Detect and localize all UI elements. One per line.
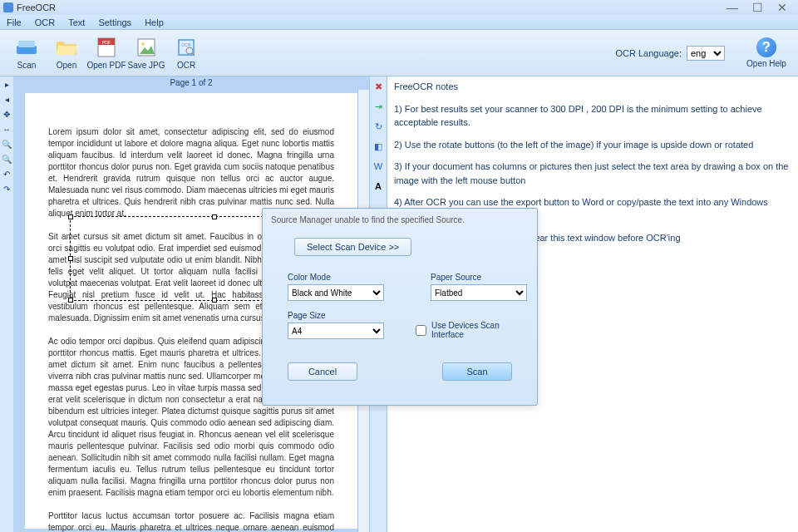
open-button[interactable]: Open	[47, 32, 86, 74]
maximize-button[interactable]: ☐	[745, 1, 770, 14]
scan-confirm-button[interactable]: Scan	[442, 362, 512, 381]
zoom-in-icon[interactable]: 🔍	[2, 140, 12, 150]
move-icon[interactable]: ✥	[2, 110, 12, 120]
ocr-language-select[interactable]: eng	[687, 46, 725, 61]
close-button[interactable]: ✕	[770, 1, 795, 14]
paragraph: Porttitor lacus luctus accumsan tortor p…	[48, 510, 334, 532]
paragraph: Lorem ipsum dolor sit amet, consectetur …	[48, 126, 334, 219]
svg-rect-1	[18, 41, 35, 47]
menu-text[interactable]: Text	[68, 17, 85, 27]
menu-file[interactable]: File	[7, 17, 22, 27]
page-size-select[interactable]: A4	[288, 323, 384, 339]
minimize-button[interactable]: —	[720, 1, 745, 14]
svg-point-9	[186, 47, 193, 54]
use-devices-checkbox[interactable]	[416, 325, 426, 336]
page-size-label: Page Size	[288, 311, 387, 320]
note-item: 1) For best results set your scanner to …	[394, 102, 791, 130]
text-icon[interactable]: A	[372, 180, 385, 193]
clear-text-icon[interactable]: ✖	[372, 80, 385, 93]
svg-text:OCR: OCR	[181, 42, 191, 47]
zoom-out-icon[interactable]: 🔍	[2, 155, 12, 165]
paper-source-label: Paper Source	[431, 273, 530, 282]
menu-settings[interactable]: Settings	[98, 17, 131, 27]
word-export-icon[interactable]: W	[372, 160, 385, 173]
arrow-right-icon[interactable]: ▸	[2, 80, 12, 90]
open-help-button[interactable]: ? Open Help	[741, 37, 791, 68]
ocr-language-label: OCR Language:	[616, 48, 682, 58]
save-jpg-button[interactable]: Save JPG	[126, 32, 166, 74]
dialog-warning: Source Manager unable to find the specif…	[271, 215, 530, 224]
resize-icon[interactable]: ↔	[2, 125, 12, 135]
left-toolbar: ▸ ◂ ✥ ↔ 🔍 🔍 ↶ ↷	[0, 76, 13, 532]
ocr-language-area: OCR Language: eng	[616, 46, 726, 61]
page-indicator: Page 1 of 2	[13, 76, 369, 90]
use-devices-label: Use Devices Scan Interface	[431, 321, 530, 339]
ocr-icon: OCR	[175, 36, 198, 59]
window-title: FreeOCR	[17, 2, 56, 12]
folder-icon	[55, 36, 78, 59]
menu-help[interactable]: Help	[145, 17, 164, 27]
cancel-button[interactable]: Cancel	[288, 362, 357, 381]
menu-ocr[interactable]: OCR	[35, 17, 55, 27]
rotate-left-icon[interactable]: ↶	[2, 170, 12, 180]
export-icon[interactable]: ⇥	[372, 100, 385, 113]
app-icon	[3, 2, 13, 12]
ocr-button[interactable]: OCR OCR	[166, 32, 206, 74]
tool-icon[interactable]: ◧	[372, 140, 385, 153]
image-icon	[135, 36, 158, 59]
color-mode-label: Color Mode	[288, 273, 387, 282]
toolbar: Scan Open PDF Open PDF Save JPG OCR OCR …	[0, 30, 798, 76]
menu-bar: File OCR Text Settings Help	[0, 15, 798, 30]
pdf-icon: PDF	[95, 36, 118, 59]
rotate-icon[interactable]: ↻	[372, 120, 385, 133]
scan-button[interactable]: Scan	[7, 32, 47, 74]
scanner-icon	[15, 36, 38, 59]
color-mode-select[interactable]: Black and White	[288, 284, 384, 301]
note-item: 3) If your document has columns or pictu…	[394, 160, 791, 187]
scan-dialog: Source Manager unable to find the specif…	[262, 208, 538, 406]
paper-source-select[interactable]: Flatbed	[431, 284, 527, 301]
notes-title: FreeOCR notes	[394, 80, 791, 94]
svg-point-6	[141, 42, 145, 46]
arrow-left-icon[interactable]: ◂	[2, 95, 12, 105]
select-scan-device-button[interactable]: Select Scan Device >>	[294, 238, 411, 256]
open-pdf-button[interactable]: PDF Open PDF	[86, 32, 126, 74]
help-icon: ?	[756, 37, 776, 57]
title-bar: FreeOCR — ☐ ✕	[0, 0, 798, 15]
note-item: 2) Use the rotate buttons (to the left o…	[394, 138, 791, 152]
svg-text:PDF: PDF	[102, 40, 111, 45]
rotate-right-icon[interactable]: ↷	[2, 185, 12, 195]
